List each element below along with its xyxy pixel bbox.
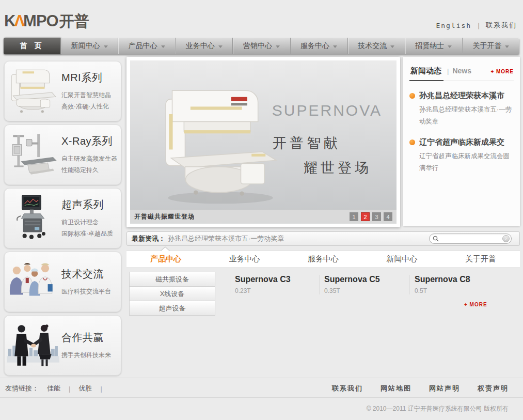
friend-link-jianeng[interactable]: 佳能 (47, 384, 60, 393)
search-box: › (429, 234, 512, 244)
sidebar-card-tech-exchange[interactable]: 技术交流 医疗科技交流平台 (4, 252, 121, 312)
card-subtitle: 医疗科技交流平台 (61, 286, 119, 297)
section-tabs: 产品中心 业务中心 服务中心 新闻中心 关于开普 (126, 251, 520, 268)
footer-links: 联系我们 网站地图 网站声明 权责声明 (332, 384, 509, 393)
news-more-link[interactable]: + MORE (490, 69, 514, 74)
hero-banner[interactable]: SUPERNOVA 开普智献 耀世登场 开普磁共振耀世登场 1 2 3 4 (126, 57, 400, 227)
chevron-down-icon (505, 45, 509, 48)
footer-link-contact[interactable]: 联系我们 (332, 384, 363, 393)
friend-links: 友情链接： 佳能 | 优胜 | (5, 384, 102, 393)
chevron-down-icon (104, 45, 108, 48)
product-spec: 0.23T (235, 287, 316, 294)
nav-item-about[interactable]: 关于开普 (462, 38, 519, 54)
footer-link-rights[interactable]: 权责声明 (478, 384, 509, 393)
banner-caption-bar: 开普磁共振耀世登场 1 2 3 4 (130, 210, 397, 224)
friend-link-yousheng[interactable]: 优胜 (78, 384, 92, 393)
sidebar-card-mri[interactable]: MRI系列 汇聚开普智慧结晶 高效·准确·人性化 (4, 61, 121, 121)
friend-separator: | (100, 385, 102, 393)
contact-us-link[interactable]: 联系我们 (486, 21, 517, 30)
banner-pager: 1 2 3 4 (350, 212, 392, 221)
menu-item-ultrasound-equipment[interactable]: 超声设备 (129, 301, 215, 316)
nav-label: 业务中心 (186, 41, 215, 51)
product-name: Supernova C5 (324, 275, 406, 284)
product-supernova-c3[interactable]: Supernova C3 0.23T (230, 275, 316, 294)
chevron-down-icon (218, 45, 223, 48)
nav-item-marketing[interactable]: 营销中心 (232, 38, 290, 54)
kampo-logo: KΛMPO开普 (4, 11, 89, 32)
chevron-down-icon (448, 45, 452, 48)
card-subtitle: 汇聚开普智慧结晶 高效·准确·人性化 (61, 89, 119, 112)
sidebar-card-xray[interactable]: X-Ray系列 自主研发高频发生器 性能稳定持久 (4, 125, 121, 185)
tab-news-en: News (452, 67, 471, 75)
news-header: 新闻动态 | News + MORE (409, 63, 514, 81)
banner-slogan-line1: 开普智献 (273, 134, 341, 152)
nav-item-products[interactable]: 产品中心 (118, 38, 175, 54)
nav-item-tech-exchange[interactable]: 技术交流 (347, 38, 405, 54)
product-name: Supernova C8 (415, 275, 496, 284)
nav-item-careers[interactable]: 招贤纳士 (405, 38, 462, 54)
pager-page-2[interactable]: 2 (361, 212, 370, 221)
tab-news-center[interactable]: 新闻中心 (362, 251, 441, 267)
news-item-title: 孙兆昌总经理荣获本溪市 (419, 91, 504, 101)
tab-about[interactable]: 关于开普 (441, 251, 520, 267)
banner-headline: SUPERNOVA (272, 102, 382, 119)
sidebar-card-cooperation[interactable]: 合作共赢 携手共创科技未来 (4, 315, 121, 376)
nav-label: 技术交流 (358, 41, 387, 51)
tab-news-cn[interactable]: 新闻动态 (409, 66, 443, 81)
friend-links-label: 友情链接： (5, 384, 39, 393)
header-separator: | (477, 22, 481, 29)
nav-label: 营销中心 (243, 41, 272, 51)
pager-page-3[interactable]: 3 (372, 212, 381, 221)
pager-page-4[interactable]: 4 (384, 212, 392, 221)
orange-bullet-icon (409, 93, 415, 99)
pager-page-1[interactable]: 1 (350, 212, 358, 221)
product-supernova-c5[interactable]: Supernova C5 0.35T (319, 275, 406, 294)
menu-item-xray-equipment[interactable]: X线设备 (129, 286, 215, 301)
footer-divider-bottom (0, 397, 523, 398)
search-go-button[interactable]: › (502, 235, 510, 242)
tab-business[interactable]: 业务中心 (205, 251, 283, 267)
nav-item-service[interactable]: 服务中心 (290, 38, 347, 54)
products-more-link[interactable]: + MORE (464, 302, 487, 307)
main-nav: 首 页 新闻中心 产品中心 业务中心 营销中心 服务中心 技术交流 招贤纳士 关… (4, 38, 519, 54)
nav-item-news[interactable]: 新闻中心 (60, 38, 118, 54)
news-panel: 新闻动态 | News + MORE 孙兆昌总经理荣获本溪市 孙兆昌总经理荣获本… (403, 57, 520, 226)
logo-letters: MPO (23, 12, 58, 30)
news-item-title: 辽宁省超声临床新成果交 (419, 137, 504, 147)
nav-label: 服务中心 (300, 41, 329, 51)
footer-link-sitemap[interactable]: 网站地图 (381, 384, 411, 393)
news-item-body: 辽宁省超声临床新成果交流会圆满举行 (409, 150, 514, 174)
latest-news-text[interactable]: 孙兆昌总经理荣获本溪市五·一劳动奖章 (168, 234, 284, 243)
card-subtitle: 前卫设计理念 国际标准·卓越品质 (61, 216, 119, 239)
page: KΛMPO开普 English | 联系我们 首 页 新闻中心 产品中心 业务中… (0, 0, 523, 420)
footer-divider-top (0, 378, 523, 378)
nav-label: 首 页 (20, 41, 44, 51)
chevron-down-icon (276, 45, 280, 48)
copyright-text: © 2010—2011 辽宁开普医疗系统有限公司 版权所有 (367, 405, 509, 413)
english-link[interactable]: English (436, 22, 471, 29)
ultrasound-cart-icon (5, 192, 61, 245)
nav-label: 新闻中心 (71, 41, 100, 51)
latest-news-label: 最新资讯： (132, 234, 165, 243)
nav-item-business[interactable]: 业务中心 (175, 38, 232, 54)
tab-products[interactable]: 产品中心 (126, 251, 205, 267)
banner-caption: 开普磁共振耀世登场 (134, 212, 195, 221)
news-item[interactable]: 辽宁省超声临床新成果交 辽宁省超声临床新成果交流会圆满举行 (409, 137, 514, 174)
chevron-down-icon (333, 45, 337, 48)
search-input[interactable] (439, 235, 502, 242)
mri-machine-icon (5, 65, 61, 118)
news-header-divider: | (447, 67, 449, 75)
product-supernova-c8[interactable]: Supernova C8 0.5T (409, 275, 496, 294)
card-title: 技术交流 (61, 267, 119, 281)
sidebar-card-ultrasound[interactable]: 超声系列 前卫设计理念 国际标准·卓越品质 (4, 188, 121, 248)
menu-item-mri-equipment[interactable]: 磁共振设备 (129, 272, 215, 287)
orange-bullet-icon (409, 139, 415, 145)
news-item[interactable]: 孙兆昌总经理荣获本溪市 孙兆昌总经理荣获本溪市五·一劳动奖章 (409, 91, 514, 128)
nav-label: 产品中心 (129, 41, 157, 51)
footer-link-statement[interactable]: 网站声明 (429, 384, 460, 393)
card-title: X-Ray系列 (61, 134, 119, 148)
nav-item-home[interactable]: 首 页 (4, 38, 60, 54)
header-links: English | 联系我们 (436, 21, 517, 30)
nav-label: 关于开普 (472, 41, 501, 51)
tab-service[interactable]: 服务中心 (284, 251, 362, 267)
